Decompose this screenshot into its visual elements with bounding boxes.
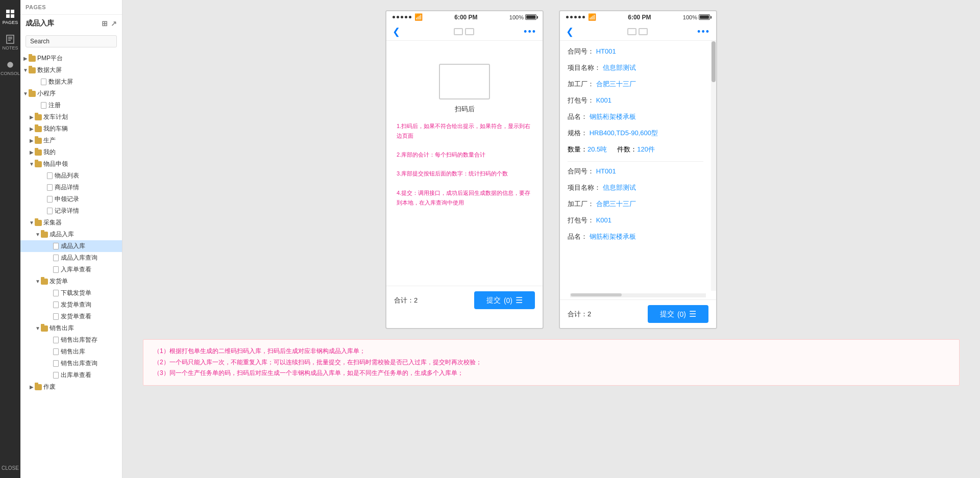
tree-label-mycar: 我的车辆: [43, 124, 68, 133]
phone1-submit-button[interactable]: 提交 (0) ☰: [474, 291, 535, 309]
phone2-time: 6:00 PM: [628, 14, 651, 21]
tree-label-item-list: 物品列表: [55, 171, 79, 180]
detail-row-pack2: 打包号： K001: [568, 216, 703, 225]
sidebar-item-notes[interactable]: NOTES: [0, 30, 20, 55]
tree-item-void[interactable]: ▶ 作废: [20, 381, 122, 393]
phone2-hscrollbar[interactable]: [570, 293, 706, 297]
tree-item-record-detail[interactable]: 记录详情: [20, 205, 122, 217]
tree-item-delivery-query[interactable]: 发货单查询: [20, 299, 122, 311]
detail-row-product1: 品名： 钢筋桁架楼承板: [568, 112, 703, 121]
folder-icon-req: [35, 161, 42, 167]
tree-item-inbound-view[interactable]: 入库单查看: [20, 264, 122, 275]
detail-label-product1: 品名：: [568, 113, 587, 120]
phone2-frame-icon: [627, 28, 648, 35]
svg-rect-2: [6, 14, 10, 18]
sidebar-console-label: CONSOL: [1, 71, 20, 76]
detail-value-project2: 信息部测试: [603, 184, 636, 191]
folder-icon-del: [41, 279, 48, 285]
phone1-battery-pct: 100%: [509, 14, 524, 20]
tree-item-delivery[interactable]: ▼ 发货单: [20, 275, 122, 287]
tree-label-pmp: PMP平台: [37, 54, 63, 63]
phone2-scroll-content[interactable]: 合同号： HT001 项目名称： 信息部测试 加工厂： 合肥三十三厂 打包号: [560, 41, 711, 291]
detail-value-contract1: HT001: [596, 47, 616, 55]
tree-item-outbound-view[interactable]: 出库单查看: [20, 369, 122, 381]
notes-line-3: （3）同一个生产任务单的码，扫码后对应生成一个非钢构成品入库单，如是不同生产任务…: [154, 368, 949, 379]
svg-rect-0: [6, 10, 10, 13]
tree-label-fg-query: 成品入库查询: [61, 254, 97, 262]
detail-label-spec1: 规格：: [568, 129, 587, 137]
phone1-instruction-1: 1.扫码后，如果不符合绘出提示，如果符合，显示到右边页面: [397, 121, 532, 140]
sidebar-item-pages[interactable]: PAGES: [0, 4, 20, 30]
phone2-submit-button[interactable]: 提交 (0) ☰: [648, 305, 708, 323]
tree-arrow-departure: ▶: [29, 114, 35, 120]
phone2-footer: 合计：2 提交 (0) ☰: [560, 299, 716, 328]
tree-item-sales-out[interactable]: 销售出库: [20, 346, 122, 358]
tree-item-mine[interactable]: ▶ 我的: [20, 146, 122, 158]
phone2-body: 合同号： HT001 项目名称： 信息部测试 加工厂： 合肥三十三厂 打包号: [560, 41, 716, 291]
tree-item-departure[interactable]: ▶ 发车计划: [20, 111, 122, 123]
tree-item-pmp[interactable]: ▶ PMP平台: [20, 53, 122, 64]
sidebar-icons: PAGES NOTES CONSOL CLOSE: [0, 0, 20, 478]
page-add-icon[interactable]: ⊞: [102, 19, 108, 28]
tree-item-sales-temp[interactable]: 销售出库暂存: [20, 334, 122, 346]
phone2-back-button[interactable]: ❮: [566, 26, 574, 37]
detail-row-pack1: 打包号： K001: [568, 96, 703, 105]
tree-item-fg-query[interactable]: 成品入库查询: [20, 252, 122, 264]
tree-label-req: 物品申领: [43, 160, 68, 168]
page-icon-sales-out: [53, 348, 59, 355]
tree-item-sales-outbound[interactable]: ▼ 销售出库: [20, 322, 122, 334]
detail-value-product1: 钢筋桁架楼承板: [590, 113, 636, 120]
phone1-total-label: 合计：: [394, 296, 414, 304]
detail-row-contract2: 合同号： HT001: [568, 167, 703, 176]
tree-item-sales-query[interactable]: 销售出库查询: [20, 358, 122, 369]
tree-item-fg-inbound[interactable]: 成品入库: [20, 240, 122, 252]
phone1-instruction-3: 3.库部提交按钮后面的数字：统计扫码的个数: [397, 169, 532, 179]
folder-icon-miniapp: [29, 91, 36, 97]
tree-item-item-list[interactable]: 物品列表: [20, 170, 122, 182]
svg-rect-1: [11, 10, 14, 13]
phone1-total-value: 2: [414, 296, 418, 304]
search-box: [26, 35, 117, 47]
tree-item-production[interactable]: ▶ 生产: [20, 135, 122, 146]
phone2-scrollbar[interactable]: [711, 41, 716, 291]
tree-item-collector[interactable]: ▼ 采集器: [20, 217, 122, 229]
tree-item-download-delivery[interactable]: 下载发货单: [20, 287, 122, 299]
detail-row-spec1: 规格： HRB400,TD5-90,600型: [568, 129, 703, 138]
tree-label-sales-out: 销售出库: [61, 347, 85, 356]
tree-label-register: 注册: [48, 101, 61, 110]
tree-item-data-screen[interactable]: ▼ 数据大屏: [20, 64, 122, 76]
detail-row-project2: 项目名称： 信息部测试: [568, 183, 703, 192]
phone1-signal: 📶: [393, 13, 423, 21]
search-input[interactable]: [26, 35, 117, 47]
tree-item-register[interactable]: 注册: [20, 99, 122, 111]
tree-item-delivery-view[interactable]: 发货单查看: [20, 311, 122, 322]
notes-line-1: （1）根据打包单生成的二维码扫码入库，扫码后生成对应非钢构成品入库单；: [154, 346, 949, 357]
page-icon-fg-inbound: [53, 243, 59, 249]
tree-label-item-detail: 商品详情: [55, 183, 79, 192]
tree-label-miniapp: 小程序: [37, 89, 56, 98]
tree-item-mycar[interactable]: ▶ 我的车辆: [20, 123, 122, 135]
tree-item-finished-goods[interactable]: ▼ 成品入库: [20, 229, 122, 240]
tree-arrow-sales: ▼: [35, 325, 41, 331]
phone2-more-button[interactable]: •••: [697, 27, 710, 37]
pages-current-title: 成品入库: [26, 19, 54, 28]
phone2-total: 合计：2: [568, 310, 591, 319]
phone1-more-button[interactable]: •••: [524, 27, 536, 37]
tree-item-requisition[interactable]: ▼ 物品申领: [20, 158, 122, 170]
tree-item-apply-record[interactable]: 申领记录: [20, 193, 122, 205]
tree-arrow-fg: ▼: [35, 232, 41, 237]
tree-item-data-page[interactable]: 数据大屏: [20, 76, 122, 88]
tree-item-item-detail[interactable]: 商品详情: [20, 182, 122, 193]
tree-item-miniapp[interactable]: ▼ 小程序: [20, 88, 122, 99]
tree-label-apply-record: 申领记录: [55, 195, 79, 204]
sidebar-item-console[interactable]: CONSOL: [0, 55, 20, 81]
detail-row-project1: 项目名称： 信息部测试: [568, 63, 703, 72]
detail-value-pack2: K001: [596, 216, 611, 224]
phone1-back-button[interactable]: ❮: [393, 26, 400, 37]
page-share-icon[interactable]: ↗: [111, 19, 117, 28]
close-button[interactable]: CLOSE: [0, 458, 20, 478]
phone2-scrollbar-thumb: [712, 41, 716, 82]
folder-icon-mine: [35, 149, 42, 156]
phone1-nav-center: [404, 28, 524, 35]
phone2-submit-label: 提交: [660, 310, 674, 319]
